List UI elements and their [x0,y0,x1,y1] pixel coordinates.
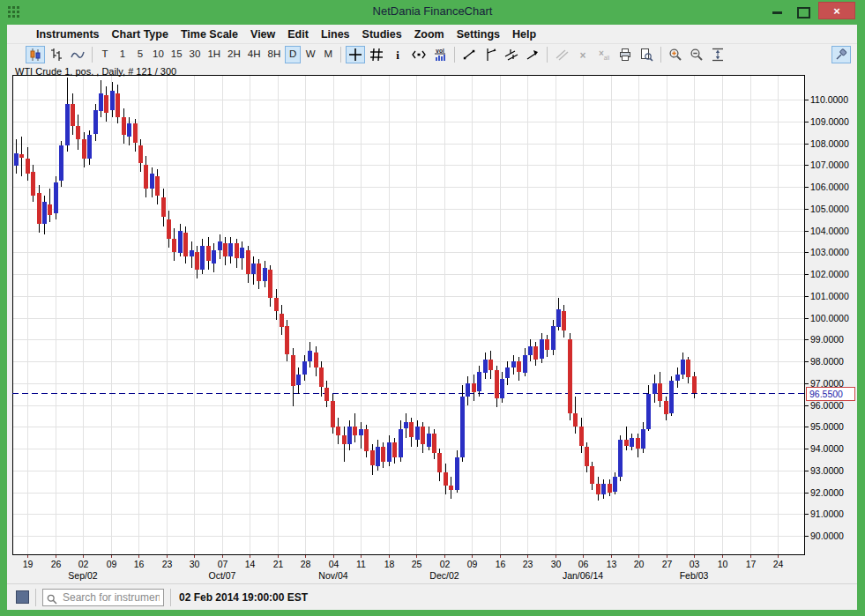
svg-text:102.0000: 102.0000 [810,269,849,279]
menu-studies[interactable]: Studies [356,26,408,42]
print-icon [618,48,632,62]
svg-text:07: 07 [218,559,228,569]
maximize-button[interactable] [797,7,810,19]
svg-text:10: 10 [718,559,728,569]
time-scale-weekly-button[interactable]: W [302,46,318,63]
menu-instruments[interactable]: Instruments [30,26,106,42]
pin-panel-button[interactable] [831,46,851,63]
svg-text:91.0000: 91.0000 [810,508,844,519]
svg-text:23: 23 [523,559,533,569]
toolbar-separator [92,47,93,63]
channel-tool-button[interactable] [502,46,521,63]
svg-text:26: 26 [51,559,62,569]
trendline-tool-button[interactable] [459,46,479,63]
parallel-lines-tool-icon [555,48,569,62]
time-scale-30-button[interactable]: 30 [187,46,204,63]
svg-text:×: × [580,48,586,61]
menu-help[interactable]: Help [506,26,542,42]
grid-toggle-button[interactable] [367,46,386,63]
vertical-trendline-tool-icon [483,48,497,62]
candlestick-chart-type-button[interactable] [26,46,45,63]
menubar: InstrumentsChart TypeTime ScaleViewEditL… [7,25,857,44]
svg-text:03: 03 [690,559,700,569]
parallel-lines-tool-button[interactable] [552,46,571,63]
svg-text:14: 14 [245,559,256,569]
delete-selected-button[interactable]: × [573,46,593,63]
svg-text:30: 30 [190,559,200,569]
close-button[interactable]: × [818,2,855,19]
price-chart-svg[interactable]: 90.000091.000092.000093.000094.000095.00… [7,64,857,583]
delete-all-button[interactable]: ×all [594,46,614,63]
horizontal-scroll-icon [412,48,426,62]
crosshair-tool-button[interactable] [346,46,365,63]
svg-text:vol: vol [436,48,445,54]
line-chart-type-button[interactable] [68,46,87,63]
zoom-out-button[interactable] [687,46,706,63]
instrument-search [42,589,164,606]
svg-text:17: 17 [746,559,757,569]
svg-text:92.0000: 92.0000 [810,487,844,498]
menu-time-scale[interactable]: Time Scale [175,26,244,42]
line-chart-type-icon [71,48,85,62]
svg-text:Dec/02: Dec/02 [429,570,459,581]
svg-text:19: 19 [23,559,34,569]
print-preview-button[interactable] [637,46,656,63]
info-tool-button[interactable]: i [388,46,407,63]
statusbar-separator [170,589,171,606]
time-scale-15-button[interactable]: 15 [168,46,185,63]
menu-edit[interactable]: Edit [281,26,315,42]
time-scale-4h-button[interactable]: 4H [245,46,264,63]
svg-text:i: i [396,48,399,62]
svg-text:04: 04 [329,559,339,569]
info-tool-icon: i [391,48,405,62]
time-scale-1h-button[interactable]: 1H [205,46,223,63]
time-scale-daily-button[interactable]: D [285,46,301,63]
toolbar: T151015301H2H4H8HDWMivol××all [7,44,857,64]
statusbar-separator [35,589,36,606]
current-price-box: 96.5500 [807,387,855,400]
minimize-button[interactable] [772,11,782,14]
search-input[interactable] [42,589,164,606]
time-scale-tick-button[interactable]: T [97,46,113,63]
svg-text:30: 30 [551,559,562,569]
time-scale-monthly-button[interactable]: M [320,46,336,63]
svg-text:Oct/07: Oct/07 [209,570,236,581]
time-scale-1-button[interactable]: 1 [115,46,130,63]
time-scale-10-button[interactable]: 10 [150,46,167,63]
print-button[interactable] [615,46,635,63]
svg-text:all: all [604,55,610,61]
time-scale-2h-button[interactable]: 2H [225,46,243,63]
svg-text:06: 06 [578,559,589,569]
grid-toggle-icon [369,48,384,62]
delete-selected-icon: × [576,48,590,62]
zoom-in-button[interactable] [666,46,685,63]
time-scale-5-button[interactable]: 5 [132,46,148,63]
menu-settings[interactable]: Settings [451,26,506,42]
menu-zoom[interactable]: Zoom [408,26,451,42]
app-window: NetDania FinanceChart × InstrumentsChart… [0,0,865,616]
svg-text:93.0000: 93.0000 [810,465,844,476]
toolbar-separator [340,47,341,63]
chart-region: 90.000091.000092.000093.000094.000095.00… [7,64,857,583]
arrow-tool-button[interactable] [523,46,542,63]
menu-lines[interactable]: Lines [315,26,356,42]
svg-text:25: 25 [412,559,422,569]
ohlc-chart-type-button[interactable] [47,46,66,63]
svg-text:109.0000: 109.0000 [810,116,849,127]
arrow-tool-icon [526,48,540,62]
svg-text:20: 20 [634,559,645,569]
fit-vertical-button[interactable] [708,46,727,63]
horizontal-scroll-button[interactable] [409,46,429,63]
last-update-timestamp: 02 Feb 2014 19:00:00 EST [179,591,308,604]
delete-all-icon: ×all [597,48,611,62]
x-axis-labels: 1926020916233007142128041118250209162330… [23,555,784,581]
time-scale-8h-button[interactable]: 8H [265,46,284,63]
menu-view[interactable]: View [244,26,281,42]
menu-chart-type[interactable]: Chart Type [106,26,175,42]
vertical-trendline-tool-button[interactable] [481,46,500,63]
svg-text:09: 09 [467,559,478,569]
svg-text:16: 16 [496,559,506,569]
volume-toggle-button[interactable]: vol [430,46,450,63]
zoom-in-icon [668,48,682,62]
svg-text:104.0000: 104.0000 [810,226,849,236]
